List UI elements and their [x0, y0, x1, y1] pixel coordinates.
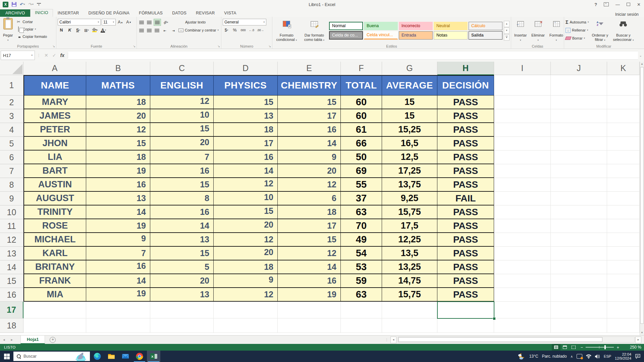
cell-E7[interactable]: 20 — [278, 164, 341, 178]
insert-function-icon[interactable]: fx — [60, 53, 64, 58]
cell-C7[interactable]: 16 — [150, 164, 214, 178]
name-box-splitter[interactable]: ⋮ — [37, 53, 41, 58]
cell-K5[interactable] — [607, 137, 640, 150]
row-header-16[interactable]: 16 — [0, 288, 23, 302]
cell-F12[interactable]: 49 — [341, 233, 382, 247]
cancel-entry-icon[interactable]: ✕ — [44, 53, 48, 58]
cell-C10[interactable]: 16 — [150, 205, 214, 219]
column-header-A[interactable]: A — [23, 62, 86, 75]
cell-F3[interactable]: 60 — [341, 109, 382, 123]
help-button[interactable]: ? — [594, 2, 597, 7]
decrease-decimal-button[interactable]: .00→ — [256, 27, 264, 34]
ribbon-tab-fórmulas[interactable]: FÓRMULAS — [134, 9, 167, 17]
cell-A9[interactable]: AUGUST — [23, 192, 86, 205]
ribbon-tab-revisar[interactable]: REVISAR — [191, 9, 219, 17]
column-header-I[interactable]: I — [494, 62, 551, 75]
row-header-2[interactable]: 2 — [0, 96, 23, 109]
cell-B1[interactable]: MATHS — [86, 75, 150, 96]
row-header-14[interactable]: 14 — [0, 260, 23, 274]
format-as-table-button[interactable]: Dar formato como tabla ▾ — [301, 18, 328, 43]
align-top-button[interactable] — [138, 19, 145, 25]
cell-E18[interactable] — [278, 318, 341, 333]
cell-C6[interactable]: 7 — [150, 150, 214, 164]
cell-B4[interactable]: 12 — [86, 123, 150, 137]
cell-E6[interactable]: 9 — [278, 150, 341, 164]
cell-J3[interactable] — [551, 109, 607, 123]
cell-D11[interactable]: 20 — [214, 219, 278, 233]
cell-F4[interactable]: 61 — [341, 123, 382, 137]
tab-splitter[interactable]: ⋮ — [385, 338, 389, 342]
column-header-C[interactable]: C — [150, 62, 214, 75]
cell-H14[interactable]: PASS — [437, 260, 494, 274]
cell-I3[interactable] — [494, 109, 551, 123]
ribbon-display-options-button[interactable]: ˄ — [604, 2, 609, 6]
cell-J10[interactable] — [551, 205, 607, 219]
dialog-launcher-clipboard[interactable]: ↘ — [52, 45, 55, 48]
cell-K4[interactable] — [607, 123, 640, 137]
cell-H11[interactable]: PASS — [437, 219, 494, 233]
cell-G10[interactable]: 15,75 — [382, 205, 437, 219]
cell-H8[interactable]: PASS — [437, 178, 494, 192]
start-button[interactable] — [0, 351, 13, 362]
copy-button[interactable]: Copiar▾ — [16, 26, 47, 33]
cell-style-celda-vincul[interactable]: Celda vincul... — [364, 31, 398, 40]
cell-B3[interactable]: 20 — [86, 109, 150, 123]
zoom-slider[interactable] — [586, 344, 614, 351]
cell-I4[interactable] — [494, 123, 551, 137]
next-sheet-icon[interactable]: ▸ — [8, 338, 16, 342]
cell-H2[interactable]: PASS — [437, 96, 494, 109]
orientation-button[interactable]: ab▾ — [162, 19, 169, 26]
column-header-F[interactable]: F — [341, 62, 382, 75]
row-header-10[interactable]: 10 — [0, 205, 23, 219]
cell-A12[interactable]: MICHAEL — [23, 233, 86, 247]
cell-E4[interactable]: 16 — [278, 123, 341, 137]
cell-G11[interactable]: 17,5 — [382, 219, 437, 233]
insert-cells-button[interactable]: ← Insertar▾ — [513, 18, 528, 43]
view-normal-button[interactable] — [552, 344, 560, 351]
column-header-H[interactable]: H — [437, 62, 494, 75]
cell-E14[interactable]: 14 — [278, 260, 341, 274]
cell-J7[interactable] — [551, 164, 607, 178]
cell-J1[interactable] — [551, 75, 607, 96]
format-painter-button[interactable]: Copiar formato — [16, 33, 47, 40]
cell-F11[interactable]: 70 — [341, 219, 382, 233]
cell-B12[interactable]: 9 — [86, 233, 150, 247]
hscroll-right-icon[interactable]: ▸ — [635, 337, 641, 343]
cell-C16[interactable]: 13 — [150, 288, 214, 302]
cell-B13[interactable]: 7 — [86, 247, 150, 260]
ribbon-tab-datos[interactable]: DATOS — [167, 9, 191, 17]
cell-E17[interactable] — [278, 302, 341, 318]
cell-H13[interactable]: PASS — [437, 247, 494, 260]
cell-H9[interactable]: FAIL — [437, 192, 494, 205]
borders-button[interactable]: ⊞▾ — [83, 27, 90, 34]
cell-K15[interactable] — [607, 274, 640, 288]
cell-D9[interactable]: 10 — [214, 192, 278, 205]
cell-J9[interactable] — [551, 192, 607, 205]
volume-icon[interactable] — [595, 354, 600, 359]
cell-D17[interactable] — [214, 302, 278, 318]
name-box[interactable]: H17▾ — [1, 51, 35, 60]
column-header-J[interactable]: J — [551, 62, 607, 75]
cell-I7[interactable] — [494, 164, 551, 178]
cell-I13[interactable] — [494, 247, 551, 260]
cell-A5[interactable]: JHON — [23, 137, 86, 150]
row-header-18[interactable]: 18 — [0, 318, 23, 333]
cell-E16[interactable]: 19 — [278, 288, 341, 302]
cell-D13[interactable]: 20 — [214, 247, 278, 260]
language-indicator[interactable]: ESP — [604, 354, 611, 358]
cell-I16[interactable] — [494, 288, 551, 302]
cell-D16[interactable]: 12 — [214, 288, 278, 302]
cell-style-entrada[interactable]: Entrada — [399, 31, 433, 40]
cell-C18[interactable] — [150, 318, 214, 333]
cell-G3[interactable]: 15 — [382, 109, 437, 123]
font-size-select[interactable]: 11▾ — [102, 19, 116, 25]
fill-handle[interactable] — [493, 317, 496, 320]
cell-K3[interactable] — [607, 109, 640, 123]
cell-G16[interactable]: 15,75 — [382, 288, 437, 302]
conditional-formatting-button[interactable]: Formato condicional ▾ — [274, 18, 300, 43]
cell-G7[interactable]: 17,25 — [382, 164, 437, 178]
cell-I5[interactable] — [494, 137, 551, 150]
cell-A8[interactable]: AUSTIN — [23, 178, 86, 192]
cell-style-calculo[interactable]: Cálculo — [469, 22, 502, 30]
cell-F5[interactable]: 66 — [341, 137, 382, 150]
